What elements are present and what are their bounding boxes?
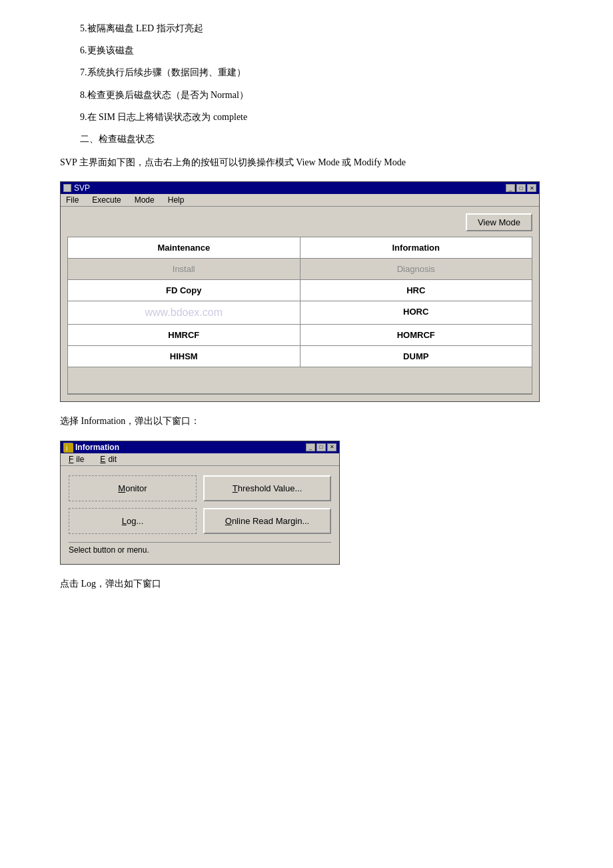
svp-minimize-btn[interactable]: _ [506,184,515,192]
info-menu-file[interactable]: File [63,454,87,465]
info-titlebar: i Information _ □ ✕ [61,441,339,453]
svp-cell-install[interactable]: Install [68,259,301,279]
svp-empty-row [68,367,532,394]
svp-menu-mode[interactable]: Mode [132,195,157,205]
info-titlebar-left: i Information [63,443,119,452]
svp-cell-information[interactable]: Information [301,237,532,258]
list-item-9: 9.在 SIM 日志上将错误状态改为 complete [80,109,573,125]
svp-maximize-btn[interactable]: □ [516,184,526,192]
paragraph-3: 点击 Log，弹出如下窗口 [60,575,573,592]
svp-grid-row-6: HIHSM DUMP [68,346,532,367]
svp-cell-homrcf[interactable]: HOMRCF [301,325,532,345]
svp-grid-row-5: HMRCF HOMRCF [68,325,532,346]
svg-text:i: i [66,445,67,452]
list-item-7: 7.系统执行后续步骤（数据回拷、重建） [80,64,573,81]
info-body: Monitor Threshold Value... Log... Online… [61,466,339,564]
svp-cell-diagnosis[interactable]: Diagnosis [301,259,532,279]
info-title: Information [75,443,119,452]
svp-menubar: File Execute Mode Help [61,194,539,207]
info-online-read-button[interactable]: Online Read Margin... [203,508,331,534]
svp-viewmode-button[interactable]: View Mode [466,213,532,231]
watermark-text: www.bdoex.com [145,307,223,318]
list-item-6: 6.更换该磁盘 [80,42,573,59]
info-monitor-button[interactable]: Monitor [69,475,197,501]
info-threshold-button[interactable]: Threshold Value... [203,475,331,501]
info-maximize-btn[interactable]: □ [316,443,326,451]
paragraph-1: SVP 主界面如下图，点击右上角的按钮可以切换操作模式 View Mode 或 … [60,154,573,171]
info-controls: _ □ ✕ [306,443,336,451]
svp-cell-maintenance[interactable]: Maintenance [68,237,301,258]
svp-controls: _ □ ✕ [506,184,536,192]
svp-titlebar-left: SVP [63,183,90,193]
svp-menu-file[interactable]: File [63,195,81,205]
svp-menu-help[interactable]: Help [165,195,187,205]
info-window-icon: i [63,443,73,452]
info-minimize-btn[interactable]: _ [306,443,315,451]
svp-grid-row-1: Maintenance Information [68,237,532,259]
info-status-bar: Select button or menu. [69,542,331,557]
list-item-8: 8.检查更换后磁盘状态（是否为 Normal） [80,87,573,103]
svp-cell-hrc[interactable]: HRC [301,280,532,301]
svp-close-btn[interactable]: ✕ [527,184,536,192]
page-content: 5.被隔离磁盘 LED 指示灯亮起 6.更换该磁盘 7.系统执行后续步骤（数据回… [40,20,573,592]
svp-grid-row-4: www.bdoex.com HORC [68,301,532,325]
info-window: i Information _ □ ✕ File Edit Monitor [60,441,340,565]
svp-titlebar: SVP _ □ ✕ [61,182,539,194]
svp-body: View Mode Maintenance Information Instal… [61,207,539,401]
svp-grid-row-2: Install Diagnosis [68,259,532,280]
svp-cell-hihsm[interactable]: HIHSM [68,346,301,367]
section-title-2: 二、检查磁盘状态 [80,131,573,147]
svp-cell-dump[interactable]: DUMP [301,346,532,367]
svp-cell-hmrcf[interactable]: HMRCF [68,325,301,345]
svp-window: SVP _ □ ✕ File Execute Mode Help View Mo… [60,181,540,402]
svp-window-icon [63,184,71,192]
svp-viewmode-row: View Mode [67,213,532,231]
svp-grid: Maintenance Information Install Diagnosi… [67,237,532,395]
svp-cell-empty-watermark: www.bdoex.com [68,301,301,324]
info-menu-edit[interactable]: Edit [95,454,119,465]
svp-cell-fdcopy[interactable]: FD Copy [68,280,301,301]
info-close-btn[interactable]: ✕ [327,443,336,451]
svp-title: SVP [74,183,90,193]
list-item-5: 5.被隔离磁盘 LED 指示灯亮起 [80,20,573,37]
info-log-button[interactable]: Log... [69,508,197,534]
svp-cell-horc[interactable]: HORC [301,301,532,324]
paragraph-2: 选择 Information，弹出以下窗口： [60,413,573,429]
info-button-grid: Monitor Threshold Value... Log... Online… [69,475,331,534]
svp-grid-row-3: FD Copy HRC [68,280,532,301]
svp-menu-execute[interactable]: Execute [89,195,123,205]
info-menubar: File Edit [61,453,339,466]
